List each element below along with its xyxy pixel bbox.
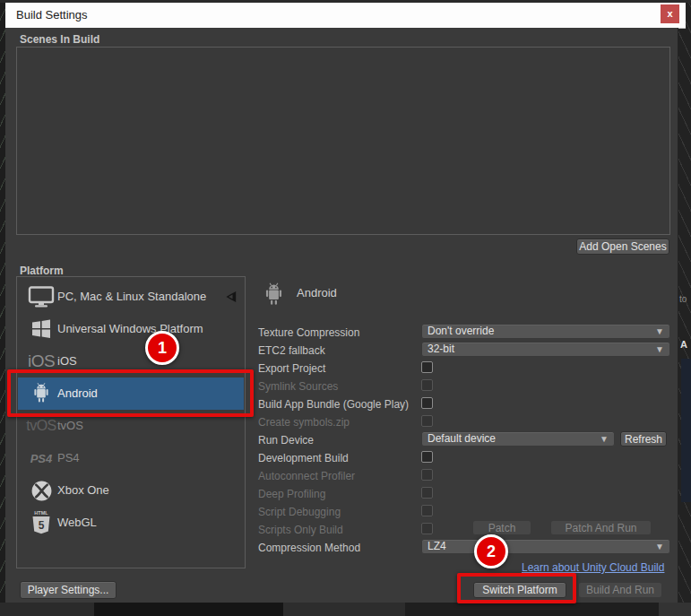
compression-method-dropdown[interactable]: LZ4▼: [421, 539, 670, 554]
run-device-dropdown[interactable]: Default device▼: [421, 431, 615, 447]
patch-and-run-button: Patch And Run: [550, 520, 652, 535]
window-title: Build Settings: [16, 3, 88, 28]
chevron-down-icon: ▼: [655, 540, 664, 553]
etc2-fallback-dropdown[interactable]: 32-bit▼: [421, 342, 670, 357]
development-build-checkbox[interactable]: [421, 451, 433, 463]
texture-compression-dropdown[interactable]: Don't override▼: [421, 324, 670, 339]
platform-label: Platform: [20, 265, 64, 277]
scenes-list-box[interactable]: [16, 47, 670, 235]
deep-profiling-checkbox: [421, 487, 433, 499]
svg-text:5: 5: [39, 519, 45, 532]
chevron-down-icon: ▼: [600, 432, 609, 446]
row-label-export-project: Export Project: [258, 360, 419, 377]
row-label-script-debugging: Script Debugging: [258, 503, 419, 521]
platform-item-webgl[interactable]: HTML 5 WebGL: [18, 507, 244, 539]
android-header-icon: [262, 282, 286, 312]
row-label-run-device: Run Device: [258, 431, 419, 449]
unity-cloud-build-link[interactable]: Learn about Unity Cloud Build: [522, 561, 663, 574]
switch-platform-button[interactable]: Switch Platform: [473, 582, 566, 598]
platform-list: PC, Mac & Linux Standalone Universal Win…: [16, 276, 246, 568]
svg-text:HTML: HTML: [34, 510, 48, 516]
row-label-etc2-fallback: ETC2 fallback: [258, 342, 419, 360]
create-symbols-zip-checkbox: [421, 415, 433, 427]
editor-background-right: to A: [678, 0, 691, 616]
platform-item-xbox-one[interactable]: Xbox One: [18, 474, 244, 507]
scenes-in-build-label: Scenes In Build: [20, 33, 99, 46]
build-settings-window: to A Build Settings x Scenes In Build Ad…: [0, 0, 691, 616]
export-project-checkbox[interactable]: [421, 361, 433, 373]
script-debugging-checkbox: [421, 505, 433, 516]
row-label-symlink-sources: Symlink Sources: [258, 377, 419, 395]
chevron-down-icon: ▼: [655, 343, 664, 356]
close-icon: x: [667, 8, 672, 19]
background-text-fragment: A: [680, 339, 687, 350]
symlink-sources-checkbox: [421, 379, 433, 391]
row-label-development-build: Development Build: [258, 449, 419, 467]
chevron-down-icon: ▼: [655, 325, 664, 338]
row-label-build-app-bundle: Build App Bundle (Google Play): [258, 395, 419, 413]
row-label-scripts-only-build: Scripts Only Build: [258, 521, 419, 539]
titlebar: Build Settings: [5, 3, 686, 29]
row-label-create-symbols-zip: Create symbols.zip: [258, 413, 419, 431]
patch-button: Patch: [472, 520, 531, 535]
platform-item-ps4[interactable]: PS4 PS4: [18, 442, 244, 474]
background-panel: [681, 359, 691, 502]
platform-item-universal-windows[interactable]: Universal Windows Platform: [18, 313, 244, 345]
background-text-fragment: to: [679, 294, 687, 304]
row-label-texture-compression: Texture Compression: [258, 324, 419, 342]
platform-item-android[interactable]: Android: [18, 377, 244, 410]
platform-item-pc-mac-linux[interactable]: PC, Mac & Linux Standalone: [18, 281, 244, 313]
editor-background-bottom: [0, 603, 691, 616]
row-label-deep-profiling: Deep Profiling: [258, 485, 419, 503]
player-settings-button[interactable]: Player Settings...: [20, 581, 117, 599]
platform-item-ios[interactable]: iOS iOS: [18, 345, 244, 377]
build-app-bundle-checkbox[interactable]: [421, 397, 433, 409]
row-label-compression-method: Compression Method: [258, 539, 419, 557]
build-and-run-button: Build And Run: [578, 582, 662, 598]
platform-item-tvos[interactable]: tvOS tvOS: [18, 410, 244, 442]
unity-logo-icon: [223, 290, 238, 304]
refresh-button[interactable]: Refresh: [620, 431, 667, 447]
panel-title: Android: [297, 286, 337, 299]
autoconnect-profiler-checkbox: [421, 469, 433, 481]
scripts-only-build-checkbox: [421, 523, 433, 534]
add-open-scenes-button[interactable]: Add Open Scenes: [576, 239, 669, 255]
close-button[interactable]: x: [661, 4, 679, 23]
row-label-autoconnect-profiler: Autoconnect Profiler: [258, 467, 419, 485]
